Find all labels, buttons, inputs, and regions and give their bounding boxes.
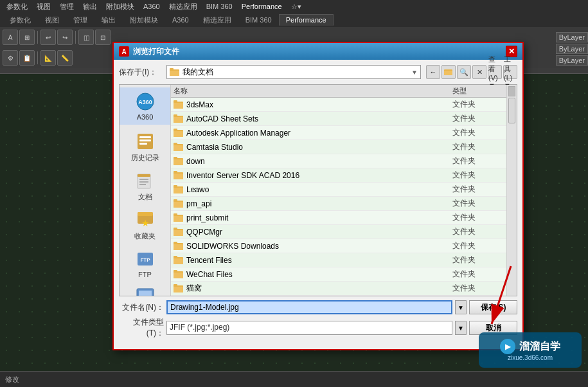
save-location-combo[interactable]: 我的文档 ▼ [166,65,421,79]
tab-performance[interactable]: Performance [279,14,334,26]
menu-manage[interactable]: 管理 [56,1,78,12]
toolbar-btn-3[interactable]: ↩ [40,30,56,45]
tab-bim360[interactable]: BIM 360 [238,14,279,26]
svg-rect-48 [174,185,177,188]
dialog-body: 保存于(I)： 我的文档 ▼ ← [114,60,522,349]
svg-rect-56 [174,230,183,236]
file-name: QQPCMgr [186,228,452,237]
dialog-sidebar: A360 A360 历史记录 [120,85,171,296]
tab-a360[interactable]: A360 [165,14,196,26]
folder-row-icon [174,242,184,251]
filetype-dropdown-btn[interactable]: ▼ [455,321,467,335]
file-row[interactable]: Inventor Server SDK ACAD 2016 文件夹 [171,168,506,183]
file-row[interactable]: 猫窝 文件夹 [171,282,506,296]
toolbar-btn-10[interactable]: 📏 [57,50,73,66]
file-name: 3dsMax [186,100,452,109]
toolbar-btn-5[interactable]: ◫ [78,30,94,45]
svg-rect-53 [174,216,183,222]
menu-featured[interactable]: 精选应用 [165,1,201,12]
menu-bar: 参数化 视图 管理 输出 附加模块 A360 精选应用 BIM 360 Perf… [0,0,588,13]
file-row[interactable]: pm_api 文件夹 [171,197,506,211]
file-scrollbar[interactable] [506,85,517,296]
sidebar-item-favorites[interactable]: ★ 收藏夹 [120,206,170,245]
dialog-main-area: A360 A360 历史记录 [119,84,517,296]
svg-rect-15 [139,184,146,185]
file-row[interactable]: print_submit 文件夹 [171,211,506,225]
svg-rect-1 [170,71,179,76]
menu-performance[interactable]: Performance [238,2,286,11]
filename-input[interactable] [166,300,452,314]
file-type: 文件夹 [452,212,504,223]
svg-rect-63 [174,256,177,258]
dialog-browse-print: A 浏览打印文件 ✕ 保存于(I)： 我的文档 ▼ ← [112,42,524,350]
ftp-svg: FTP [135,249,156,269]
filename-dropdown-btn[interactable]: ▼ [455,300,467,314]
file-row[interactable]: AutoCAD Sheet Sets 文件夹 [171,112,506,126]
toolbar-btn-9[interactable]: 📐 [40,50,56,66]
tab-featured[interactable]: 精选应用 [196,14,238,27]
nav-view-button[interactable]: 查看(V) ▼ [488,65,502,79]
file-row[interactable]: Camtasia Studio 文件夹 [171,140,506,154]
menu-addons[interactable]: 附加模块 [102,1,138,12]
svg-rect-38 [174,145,183,151]
nav-back-button[interactable]: ← [426,65,440,79]
sidebar-item-ftp[interactable]: FTP FTP [120,245,170,282]
tab-view[interactable]: 视图 [38,14,66,27]
tab-output[interactable]: 输出 [94,14,123,27]
file-name: AutoCAD Sheet Sets [186,114,452,123]
svg-rect-50 [174,202,183,208]
menu-parameterize[interactable]: 参数化 [3,1,31,12]
bylayer-2: ByLayer [556,44,588,54]
filetype-label: 文件类型(T)： [119,317,164,339]
svg-rect-30 [174,100,177,103]
save-button[interactable]: 保存(S) [469,300,517,314]
file-row[interactable]: Leawo 文件夹 [171,183,506,197]
a360-icon: A360 [135,91,156,112]
tab-addons[interactable]: 附加模块 [123,14,165,27]
svg-rect-65 [174,273,183,278]
file-row[interactable]: 3dsMax 文件夹 [171,98,506,112]
nav-search-button[interactable]: 🔍 [457,65,471,79]
file-type: 文件夹 [452,156,504,166]
nav-folder-button[interactable] [441,65,456,79]
folder-row-icon [174,228,184,237]
sidebar-item-docs[interactable]: 文档 [120,166,170,206]
file-type: 文件夹 [452,226,504,237]
toolbar-btn-7[interactable]: ⚙ [3,50,18,66]
file-row[interactable]: Tencent Files 文件夹 [171,253,506,267]
right-labels: ByLayer ByLayer ByLayer [556,32,588,66]
toolbar-btn-2[interactable]: ⊞ [19,30,35,45]
sidebar-item-desktop[interactable]: 桌面 [120,282,170,296]
menu-view[interactable]: 视图 [33,1,55,12]
docs-svg [135,170,156,191]
toolbar-btn-1[interactable]: A [3,30,18,45]
toolbar-btn-8[interactable]: 📋 [19,50,35,66]
svg-rect-41 [174,159,183,165]
file-row[interactable]: QQPCMgr 文件夹 [171,225,506,239]
history-icon [135,131,156,152]
file-row[interactable]: down 文件夹 [171,154,506,168]
file-row[interactable]: SOLIDWORKS Downloads 文件夹 [171,239,506,253]
toolbar-btn-4[interactable]: ↪ [57,30,73,45]
favorites-svg: ★ [135,210,156,230]
menu-a360[interactable]: A360 [139,2,164,11]
file-type: 文件夹 [452,184,504,195]
status-coords: 修改 [5,375,19,384]
sidebar-item-a360[interactable]: A360 A360 [120,87,170,125]
file-row[interactable]: Autodesk Application Manager 文件夹 [171,126,506,140]
tab-manage[interactable]: 管理 [66,14,94,27]
file-row[interactable]: WeChat Files 文件夹 [171,267,506,282]
menu-extra[interactable]: ☆▾ [287,2,305,12]
watermark-logo: ▶ 溜溜自学 zixue.3d66.com [479,332,582,368]
sidebar-item-history[interactable]: 历史记录 [120,127,170,166]
file-name: Autodesk Application Manager [186,129,452,138]
menu-bim360[interactable]: BIM 360 [202,2,236,11]
menu-output[interactable]: 输出 [79,1,101,12]
toolbar-btn-6[interactable]: ⊡ [95,30,111,45]
nav-tools-button[interactable]: 工具(L) ▼ [503,65,517,79]
filetype-combo[interactable]: JFIF (*.jpg;*.jpeg) [166,321,452,335]
dialog-title-text: 浏览打印文件 [133,46,506,57]
history-svg [135,131,156,152]
tab-parameterize[interactable]: 参数化 [3,14,38,27]
nav-delete-button[interactable]: ✕ [472,65,486,79]
